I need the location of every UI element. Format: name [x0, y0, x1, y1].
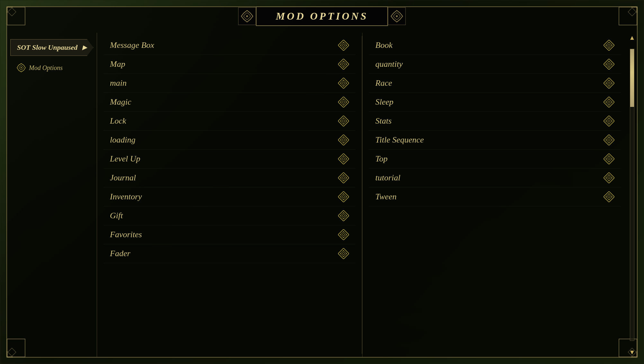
svg-point-166: [609, 194, 610, 195]
svg-rect-3: [8, 8, 16, 16]
svg-rect-93: [342, 233, 345, 236]
svg-rect-162: [606, 194, 612, 200]
svg-point-165: [612, 196, 613, 197]
svg-point-125: [609, 86, 610, 87]
svg-point-62: [343, 143, 344, 143]
list-item[interactable]: Lock: [103, 112, 355, 131]
knot-icon: [338, 40, 349, 51]
svg-rect-119: [604, 78, 614, 89]
list-item[interactable]: main: [103, 74, 355, 93]
mod-name-button[interactable]: SOT Slow Unpaused ▶: [10, 39, 94, 56]
list-item[interactable]: Stats: [369, 112, 621, 131]
svg-rect-70: [338, 172, 349, 183]
svg-point-115: [606, 64, 607, 65]
list-item-label: Book: [375, 40, 392, 50]
list-item[interactable]: Book: [369, 36, 621, 55]
svg-point-164: [606, 196, 607, 197]
svg-point-132: [609, 105, 610, 106]
list-item-label: Title Sequence: [375, 135, 424, 145]
svg-rect-99: [340, 250, 347, 257]
scroll-down-button[interactable]: ▼: [629, 349, 635, 355]
list-item[interactable]: Map: [103, 55, 355, 74]
svg-point-109: [612, 45, 613, 46]
mod-options-label: Mod Options: [29, 64, 63, 72]
scrollbar-track: [630, 49, 634, 341]
mod-options-item[interactable]: Mod Options: [10, 61, 94, 75]
list-item[interactable]: tutorial: [369, 169, 621, 187]
svg-point-82: [343, 194, 344, 195]
svg-rect-56: [338, 134, 349, 145]
svg-rect-148: [606, 156, 612, 162]
title-bar: MOD OPTIONS: [238, 7, 406, 26]
svg-rect-100: [342, 252, 345, 255]
svg-point-54: [343, 118, 344, 119]
svg-point-167: [609, 199, 610, 200]
list-item[interactable]: Fader: [103, 244, 355, 263]
svg-point-151: [612, 159, 613, 160]
list-item[interactable]: Top: [369, 150, 621, 169]
mod-name-label: SOT Slow Unpaused: [17, 43, 77, 52]
svg-point-158: [612, 178, 613, 178]
svg-rect-155: [606, 175, 612, 181]
mod-options-icon: [17, 63, 26, 72]
list-item-label: quantity: [375, 59, 403, 69]
svg-point-33: [343, 61, 344, 62]
list-item[interactable]: Tween: [369, 187, 621, 206]
svg-rect-154: [604, 172, 614, 183]
svg-rect-107: [608, 44, 610, 47]
knot-icon: [604, 134, 614, 145]
mod-name-container: SOT Slow Unpaused ▶: [10, 39, 94, 56]
list-item-label: Inventory: [110, 192, 142, 202]
svg-point-89: [343, 212, 344, 213]
svg-point-96: [343, 231, 344, 232]
svg-point-61: [343, 137, 344, 138]
list-item[interactable]: Race: [369, 74, 621, 93]
list-item[interactable]: Favorites: [103, 225, 355, 244]
svg-rect-58: [342, 139, 345, 141]
svg-rect-128: [608, 101, 610, 103]
svg-rect-44: [342, 101, 345, 103]
svg-point-122: [606, 83, 607, 84]
scroll-up-button[interactable]: ▲: [629, 34, 635, 41]
list-item[interactable]: quantity: [369, 55, 621, 74]
svg-point-26: [343, 42, 344, 43]
right-list-column: Book quantity Race: [362, 33, 627, 357]
scrollbar-thumb[interactable]: [630, 49, 634, 107]
svg-point-73: [340, 178, 341, 178]
svg-rect-49: [338, 116, 349, 126]
svg-point-138: [609, 118, 610, 119]
list-item-label: Stats: [375, 116, 392, 126]
list-item-label: Top: [375, 154, 388, 164]
svg-point-27: [343, 48, 344, 49]
svg-point-116: [612, 64, 613, 65]
svg-point-108: [606, 45, 607, 46]
list-item[interactable]: Magic: [103, 93, 355, 112]
list-item[interactable]: Level Up: [103, 150, 355, 169]
knot-icon: [338, 248, 349, 259]
list-item[interactable]: Journal: [103, 169, 355, 187]
knot-icon: [338, 191, 349, 202]
svg-rect-163: [608, 195, 610, 198]
knot-icon: [604, 40, 614, 51]
list-item[interactable]: Title Sequence: [369, 131, 621, 150]
knot-icon: [338, 59, 349, 70]
list-item-label: Tween: [375, 192, 397, 202]
knot-icon: [604, 97, 614, 108]
list-item[interactable]: Message Box: [103, 36, 355, 55]
knot-icon: [338, 116, 349, 126]
svg-rect-84: [338, 210, 349, 221]
list-item[interactable]: Sleep: [369, 93, 621, 112]
svg-rect-161: [604, 191, 614, 202]
list-item-label: main: [110, 78, 127, 88]
list-item-label: Sleep: [375, 97, 393, 107]
list-item[interactable]: loading: [103, 131, 355, 150]
svg-point-87: [340, 215, 341, 216]
svg-rect-106: [606, 42, 612, 48]
svg-rect-7: [628, 8, 636, 16]
svg-point-131: [609, 99, 610, 100]
content-area: SOT Slow Unpaused ▶ Mod Options Message …: [7, 33, 637, 357]
svg-point-17: [246, 15, 248, 17]
knot-icon: [338, 153, 349, 164]
list-item[interactable]: Gift: [103, 206, 355, 225]
list-item[interactable]: Inventory: [103, 187, 355, 206]
